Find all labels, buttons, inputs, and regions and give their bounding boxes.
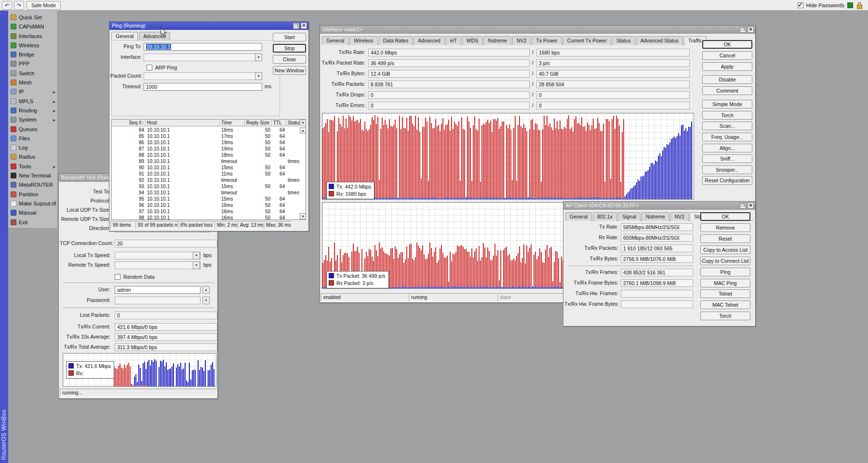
maximize-icon[interactable]: ❐ <box>740 203 746 209</box>
column-header-time[interactable]: Time <box>220 120 245 126</box>
sidebar-item-interfaces[interactable]: Interfaces <box>8 32 57 41</box>
table-row[interactable]: 8910.10.10.1timeouttimeout <box>112 158 299 164</box>
tab-general[interactable]: General <box>565 212 592 221</box>
snooper-button[interactable]: Snooper... <box>702 165 752 174</box>
password-field[interactable] <box>115 297 200 304</box>
redo-icon[interactable]: ↷ <box>14 1 24 10</box>
sidebar-item-quick-set[interactable]: Quick Set <box>8 13 57 22</box>
local-tx-speed-field[interactable] <box>115 252 200 259</box>
remote-tx-speed-field[interactable] <box>115 261 200 269</box>
stop-button[interactable]: Stop <box>273 44 306 53</box>
close-button[interactable]: Close <box>273 55 306 64</box>
reset-button[interactable]: Reset <box>700 234 750 243</box>
maximize-icon[interactable]: ❐ <box>740 27 746 33</box>
tab-data-rates[interactable]: Data Rates <box>379 36 413 45</box>
tab-nstreme[interactable]: Nstreme <box>641 212 669 221</box>
interface-titlebar[interactable]: Interface <wlan1> ❐ ✕ <box>320 26 755 34</box>
random-data-checkbox[interactable] <box>115 274 120 280</box>
chevron-down-icon[interactable]: ▼ <box>193 252 200 259</box>
chevron-down-icon[interactable]: ▼ <box>202 297 210 304</box>
sidebar-item-exit[interactable]: Exit <box>8 218 57 227</box>
table-row[interactable]: 9210.10.10.1timeouttimeout <box>112 177 299 183</box>
sidebar-item-manual[interactable]: Manual <box>8 208 57 218</box>
comment-button[interactable]: Comment <box>702 86 752 95</box>
tab-802-1x[interactable]: 802.1x <box>593 212 617 221</box>
tab-advanced-status[interactable]: Advanced Status <box>636 36 683 45</box>
sidebar-item-mesh[interactable]: Mesh <box>8 78 57 87</box>
sidebar-item-routing[interactable]: Routing▸ <box>8 106 57 115</box>
table-row[interactable]: 9710.10.10.116ms5064 <box>112 208 299 215</box>
column-header-host[interactable]: Host <box>146 120 220 126</box>
simple-mode-button[interactable]: Simple Mode <box>702 100 752 109</box>
sidebar-item-new-terminal[interactable]: New Terminal <box>8 171 57 180</box>
hide-passwords-checkbox[interactable] <box>798 2 803 8</box>
table-row[interactable]: 9410.10.10.1timeouttimeout <box>112 190 299 196</box>
interface-select[interactable] <box>144 54 262 61</box>
torch-button[interactable]: Torch <box>702 111 752 120</box>
tab-nv2[interactable]: NV2 <box>512 36 531 45</box>
ok-button[interactable]: OK <box>702 40 752 49</box>
tab-nv2[interactable]: NV2 <box>670 212 689 221</box>
telnet-button[interactable]: Telnet <box>700 289 750 298</box>
tab-ht[interactable]: HT <box>446 36 461 45</box>
tab-advanced[interactable]: Advanced <box>414 36 445 45</box>
tab-current-tx-power[interactable]: Current Tx Power <box>563 36 611 45</box>
sidebar-item-files[interactable]: Files <box>8 134 57 143</box>
table-row[interactable]: 8710.10.10.119ms5064 <box>112 146 299 152</box>
freq-usage-button[interactable]: Freq. Usage... <box>702 133 752 141</box>
packet-count-select[interactable] <box>144 72 262 80</box>
ap-client-titlebar[interactable]: AP Client <D4:CA:6D:06:33:FF> ❐ ✕ <box>563 202 755 210</box>
table-row[interactable]: 8410.10.10.116ms5064 <box>112 127 299 133</box>
sidebar-item-queues[interactable]: Queues <box>8 125 57 134</box>
ping-titlebar[interactable]: Ping (Running) ❐ ✕ <box>109 22 308 30</box>
tab-signal[interactable]: Signal <box>618 212 641 221</box>
tab-wds[interactable]: WDS <box>462 36 483 45</box>
sidebar-item-system[interactable]: System▸ <box>8 115 57 124</box>
new-window-button[interactable]: New Window <box>273 66 306 75</box>
scroll-up-icon[interactable]: ▲ <box>300 127 306 134</box>
sidebar-item-log[interactable]: Log <box>8 143 57 152</box>
tab-wireless[interactable]: Wireless <box>349 36 377 45</box>
table-row[interactable]: 9110.10.10.111ms5064 <box>112 171 299 177</box>
remove-button[interactable]: Remove <box>700 223 750 232</box>
sidebar-item-wireless[interactable]: Wireless <box>8 41 57 50</box>
sidebar-item-ip[interactable]: IP▸ <box>8 87 57 96</box>
cancel-button[interactable]: Cancel <box>702 51 752 60</box>
chevron-up-icon[interactable]: ▲ <box>202 286 210 294</box>
sidebar-item-switch[interactable]: Switch <box>8 69 57 78</box>
scan-button[interactable]: Scan... <box>702 122 752 130</box>
chevron-down-icon[interactable]: ▼ <box>255 72 262 80</box>
timeout-input[interactable]: 1000 <box>144 83 262 91</box>
table-row[interactable]: 9510.10.10.115ms5064 <box>112 196 299 202</box>
copy-to-connect-list-button[interactable]: Copy to Connect List <box>700 257 750 265</box>
chevron-down-icon[interactable]: ▼ <box>255 54 262 61</box>
sidebar-item-radius[interactable]: Radius <box>8 152 57 162</box>
disable-button[interactable]: Disable <box>702 75 752 84</box>
scroll-down-icon[interactable]: ▼ <box>300 213 306 219</box>
sidebar-item-tools[interactable]: Tools▸ <box>8 162 57 171</box>
sidebar-item-partition[interactable]: Partition <box>8 190 57 199</box>
chevron-down-icon[interactable]: ▼ <box>193 261 200 269</box>
sidebar-item-capsman[interactable]: CAPsMAN <box>8 22 57 31</box>
table-row[interactable]: 8810.10.10.118ms5064 <box>112 152 299 158</box>
sidebar-item-ppp[interactable]: PPP <box>8 59 57 68</box>
tab-general[interactable]: General <box>322 36 348 45</box>
close-icon[interactable]: ✕ <box>748 27 754 33</box>
ping-to-input[interactable]: 10.10.10.1 <box>144 43 262 51</box>
apply-button[interactable]: Apply <box>702 62 752 71</box>
sidebar-item-make-supout-rif[interactable]: Make Supout.rif <box>8 199 57 208</box>
sidebar-item-metarouter[interactable]: MetaROUTER <box>8 180 57 190</box>
tab-status[interactable]: Status <box>612 36 635 45</box>
close-icon[interactable]: ✕ <box>301 23 307 29</box>
table-row[interactable]: 9010.10.10.115ms5064 <box>112 164 299 171</box>
align-button[interactable]: Align... <box>702 144 752 152</box>
table-row[interactable]: 8610.10.10.119ms5064 <box>112 139 299 146</box>
table-row[interactable]: 9310.10.10.115ms5064 <box>112 183 299 190</box>
user-field[interactable]: admin <box>115 286 200 294</box>
mac-ping-button[interactable]: MAC Ping <box>700 279 750 287</box>
ping-button[interactable]: Ping <box>700 268 750 276</box>
tcp-connection-count-field[interactable]: 20 <box>115 240 217 247</box>
safe-mode-button[interactable]: Safe Mode <box>27 1 61 10</box>
undo-icon[interactable]: ↶ <box>2 1 12 10</box>
tab-tx-power[interactable]: Tx Power <box>532 36 561 45</box>
